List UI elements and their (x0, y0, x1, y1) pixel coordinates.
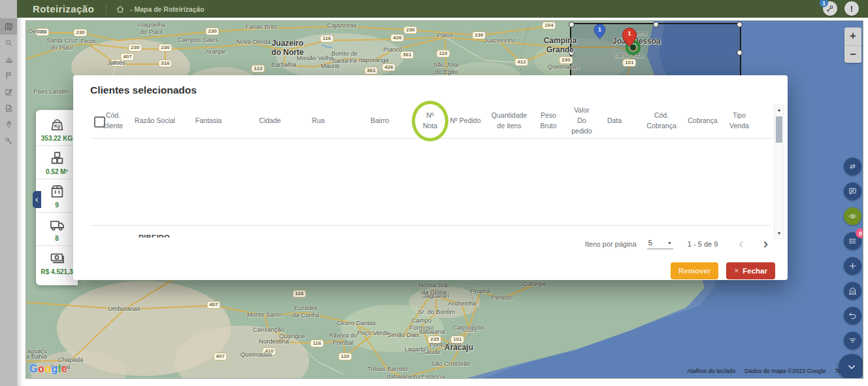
fab-order-list[interactable]: 0 (844, 232, 861, 250)
sidebar-item-documents[interactable] (0, 100, 17, 116)
column-header-9[interactable]: Peso Bruto (540, 111, 556, 132)
selection-handle[interactable] (569, 22, 575, 27)
road-shield: 407 (207, 301, 220, 309)
sidebar-item-map[interactable] (0, 18, 17, 35)
sidebar-item-reports[interactable] (0, 51, 17, 67)
modal-title: Clientes selecionados (90, 84, 197, 96)
stats-collapse-tab[interactable] (33, 191, 41, 208)
scroll-thumb[interactable] (776, 116, 782, 143)
selection-handle[interactable] (653, 22, 659, 27)
column-header-11[interactable]: Data (607, 116, 622, 126)
prev-page-button[interactable]: ‹ (739, 237, 743, 251)
fab-visibility[interactable] (844, 207, 861, 225)
selection-handle[interactable] (737, 50, 743, 56)
collapse-fab[interactable] (839, 354, 863, 378)
swap-icon (848, 162, 858, 171)
column-header-12[interactable]: Cód. Cobrança (646, 111, 676, 132)
map-label: Campina Grande (544, 37, 577, 55)
svg-text:Kg: Kg (54, 124, 60, 129)
cubes-icon (48, 149, 66, 167)
map-label: Andorinha (448, 300, 476, 307)
column-header-1[interactable]: Razão Social (135, 116, 175, 126)
fab-swap-route[interactable] (844, 158, 861, 175)
road-shield: 104 (542, 22, 556, 29)
sidebar-item-routes[interactable] (0, 67, 17, 84)
chart-icon (4, 54, 14, 64)
map-label: Araripe (206, 48, 226, 56)
road-shield: 116 (293, 290, 307, 298)
search-icon (4, 38, 14, 48)
key-icon (4, 136, 14, 146)
column-header-8[interactable]: Quantidade de itens (492, 111, 527, 132)
stat-total-trucks: 8 (36, 213, 78, 246)
scroll-down-arrow[interactable]: ▼ (777, 229, 782, 238)
map-label: Cajazeiras (327, 22, 357, 29)
column-header-7[interactable]: Nº Pedido (450, 116, 480, 126)
map-label: Oeiras (28, 28, 46, 35)
breadcrumb: - Mapa de Roteirização (130, 5, 205, 13)
road-shield: 230 (403, 26, 417, 34)
page-range: 1 - 5 de 9 (688, 240, 718, 248)
close-button[interactable]: ×Fechar (726, 262, 775, 279)
fab-filter[interactable] (844, 332, 861, 349)
road-shield: 110 (437, 50, 450, 58)
column-header-3[interactable]: Cidade (259, 116, 280, 126)
map-icon (4, 22, 14, 31)
column-header-14[interactable]: Tipo Venda (729, 111, 749, 132)
zoom-out-button[interactable]: − (844, 46, 861, 63)
sidebar-item-edit[interactable] (0, 84, 17, 100)
column-header-5[interactable]: Bairro (371, 116, 389, 126)
column-header-10[interactable]: Valor Do pedido (571, 105, 592, 136)
column-header-2[interactable]: Fantasia (195, 116, 222, 126)
fab-undo[interactable] (844, 307, 861, 325)
map-label: Alagoinha do Piauí (138, 22, 165, 36)
map-label: Jaicós (108, 60, 125, 67)
alerts-button[interactable]: ! (844, 1, 859, 16)
zoom-in-button[interactable]: + (844, 27, 861, 46)
stat-total-packages: 9 (36, 179, 78, 213)
tools-button[interactable]: 1 (823, 1, 837, 16)
map-label: Nordestina (259, 338, 289, 345)
scroll-up-arrow[interactable]: ▲ (777, 105, 782, 114)
topbar-actions: 1 ! (823, 1, 859, 16)
fab-add[interactable] (844, 257, 861, 275)
stat-value: 353.22 KG (41, 135, 73, 142)
fab-company[interactable] (844, 282, 861, 300)
sidebar-item-access[interactable] (0, 133, 17, 149)
map-marker-pin-blue[interactable]: 1 (593, 24, 606, 39)
map-label: Propriá (471, 288, 491, 295)
map-label: Patos (437, 32, 453, 39)
page-size-select[interactable]: 5 ▼ (647, 239, 673, 249)
map-label: Itabaianinha (387, 374, 421, 378)
column-header-4[interactable]: Rua (312, 116, 324, 126)
app-window: Roteirização - Mapa de Roteirização 1 ! (0, 0, 868, 386)
empty-rows-area (90, 139, 771, 226)
map-marker-pin-red[interactable]: 1 (622, 27, 637, 47)
plus-icon (848, 261, 858, 271)
map-data-text: Dados do mapa ©2023 Google (744, 368, 826, 374)
caret-down-icon: ▼ (667, 241, 672, 245)
selection-handle[interactable] (737, 22, 743, 27)
column-header-13[interactable]: Cobrança (688, 116, 718, 126)
road-shield: 412 (514, 58, 528, 66)
keyboard-shortcuts-link[interactable]: Atalhos do teclado (687, 368, 735, 374)
map-label: Paes Landim (33, 88, 69, 96)
stat-value: 0.52 M³ (46, 168, 68, 175)
app-title: Roteirização (33, 3, 94, 14)
map-label: Campos Sales (178, 37, 218, 44)
items-per-page-label: Itens por página (585, 240, 637, 248)
table-scrollbar[interactable]: ▲ ▼ (774, 105, 784, 239)
sidebar-item-search[interactable] (0, 35, 17, 51)
google-logo[interactable]: Google (29, 363, 67, 375)
stat-total-value: R$ 4.521,3 (36, 246, 78, 279)
remove-button[interactable]: Remover (671, 262, 718, 279)
truck-icon (48, 216, 66, 234)
fab-chat[interactable] (844, 183, 861, 200)
road-shield: 230 (205, 27, 219, 35)
home-icon[interactable] (116, 5, 125, 14)
column-header-0[interactable]: Cód. cliente (103, 111, 123, 132)
sidebar-item-locations[interactable] (0, 116, 17, 133)
next-page-button[interactable]: › (763, 237, 768, 251)
map-label: Cicero Dantas (337, 320, 376, 327)
flag-icon (4, 71, 14, 80)
